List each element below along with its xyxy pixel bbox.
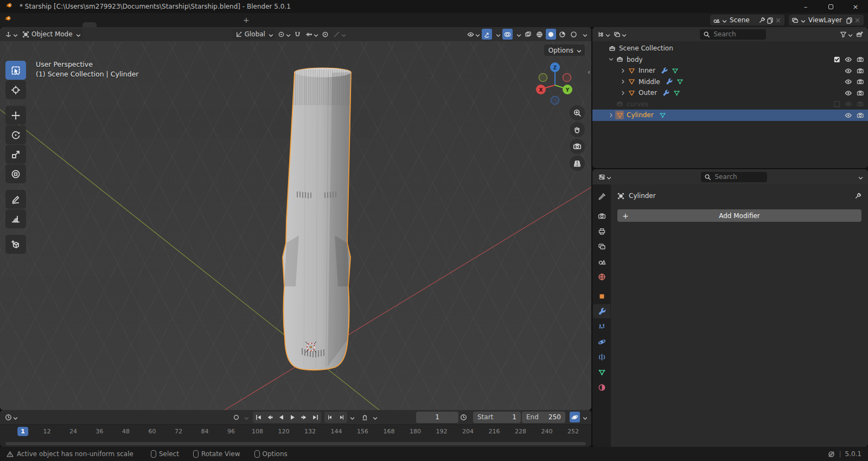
- frame-tick[interactable]: 216: [485, 427, 503, 436]
- add-modifier-button[interactable]: + Add Modifier: [617, 209, 861, 222]
- tool-button[interactable]: [5, 164, 26, 183]
- frame-tick[interactable]: 24: [66, 427, 80, 436]
- disclosure-icon[interactable]: [607, 112, 615, 119]
- cylinder-object[interactable]: [283, 67, 354, 370]
- frame-step-button[interactable]: [324, 412, 336, 423]
- tool-button[interactable]: [5, 80, 26, 99]
- new-viewlayer-icon[interactable]: [846, 17, 853, 24]
- row-visibility-toggles[interactable]: [845, 78, 864, 86]
- disclosure-icon[interactable]: [618, 67, 627, 74]
- pan-button[interactable]: [570, 122, 585, 137]
- properties-tab[interactable]: [593, 304, 610, 318]
- axis-neg-z-handle[interactable]: [551, 97, 559, 105]
- window-button[interactable]: [818, 0, 843, 13]
- tool-button[interactable]: [5, 235, 26, 254]
- workspace-tab[interactable]: [209, 22, 224, 27]
- properties-editor-type-button[interactable]: [597, 171, 612, 182]
- outliner-row[interactable]: Outer: [592, 87, 868, 99]
- camera-view-button[interactable]: [570, 139, 585, 154]
- viewlayer-selector[interactable]: ViewLayer: [789, 15, 864, 25]
- properties-tab[interactable]: [593, 319, 610, 334]
- outliner-filter-button[interactable]: [838, 29, 853, 40]
- outliner-search[interactable]: [700, 29, 766, 40]
- row-visibility-toggles[interactable]: [833, 56, 864, 63]
- outliner-filter-mode-button[interactable]: [612, 29, 627, 40]
- transport-button[interactable]: [264, 412, 276, 423]
- row-visibility-toggles[interactable]: [845, 89, 864, 97]
- properties-tab[interactable]: [593, 365, 610, 379]
- frame-tick[interactable]: 36: [92, 427, 106, 436]
- pivot-dropdown[interactable]: [276, 29, 291, 40]
- properties-tab[interactable]: [593, 350, 610, 364]
- frame-ruler[interactable]: 1122436486072849610812013214415616818019…: [0, 424, 591, 440]
- timeline-sync-toggle[interactable]: [570, 412, 580, 422]
- outliner-row[interactable]: body: [592, 54, 868, 66]
- frame-tick[interactable]: 228: [512, 427, 529, 436]
- axis-neg-x-handle[interactable]: [563, 74, 571, 82]
- outliner-row[interactable]: Inner: [592, 65, 868, 76]
- workspace-tab[interactable]: [97, 22, 111, 27]
- tool-button[interactable]: [5, 61, 26, 80]
- show-overlays-toggle[interactable]: [502, 29, 513, 40]
- pin-icon[interactable]: [758, 17, 765, 24]
- properties-search[interactable]: [701, 172, 767, 182]
- outliner-row[interactable]: curves: [592, 99, 868, 110]
- playhead[interactable]: 1: [17, 427, 28, 436]
- workspace-tab[interactable]: [195, 22, 209, 27]
- xray-toggle[interactable]: [523, 29, 533, 40]
- scene-selector[interactable]: Scene: [710, 15, 784, 25]
- timeline-editor-type-button[interactable]: [3, 412, 18, 422]
- frame-tick[interactable]: 120: [275, 427, 292, 436]
- use-preview-range-toggle[interactable]: [458, 412, 469, 422]
- properties-tab[interactable]: [593, 254, 610, 268]
- frame-tick[interactable]: 156: [354, 427, 372, 436]
- disclosure-icon[interactable]: [618, 89, 627, 97]
- frame-tick[interactable]: 48: [119, 427, 133, 436]
- tool-button[interactable]: [5, 190, 26, 209]
- workspace-tab[interactable]: [139, 22, 153, 27]
- timeline-scrollbar[interactable]: [5, 442, 586, 445]
- row-visibility-toggles[interactable]: [833, 100, 864, 108]
- workspace-tab[interactable]: [82, 22, 97, 27]
- snap-toggle[interactable]: [292, 29, 303, 40]
- shading-solid-button[interactable]: [546, 29, 556, 40]
- window-button[interactable]: –: [793, 0, 818, 13]
- orientation-dropdown[interactable]: Global: [233, 29, 275, 40]
- frame-tick[interactable]: 84: [197, 427, 212, 436]
- workspace-tab[interactable]: [153, 22, 167, 27]
- gizmo-dropdown[interactable]: [493, 29, 501, 40]
- proportional-edit-toggle[interactable]: [320, 29, 330, 40]
- tool-button[interactable]: [5, 125, 26, 144]
- loop-dropdown[interactable]: [370, 412, 378, 422]
- frame-tick[interactable]: 180: [406, 427, 424, 436]
- workspace-tab[interactable]: [181, 22, 195, 27]
- shading-wireframe-button[interactable]: [534, 29, 545, 40]
- frame-tick[interactable]: 240: [538, 427, 556, 436]
- properties-options-dropdown[interactable]: [856, 171, 864, 182]
- properties-tab[interactable]: [593, 335, 610, 349]
- transport-button[interactable]: [287, 412, 298, 423]
- properties-tab[interactable]: [593, 289, 610, 303]
- zoom-button[interactable]: [570, 105, 585, 120]
- transport-button[interactable]: [253, 412, 264, 423]
- tool-button[interactable]: [5, 209, 26, 228]
- frame-tick[interactable]: 252: [564, 427, 582, 436]
- frame-step-dropdown[interactable]: [347, 412, 355, 422]
- frame-tick[interactable]: 132: [301, 427, 319, 436]
- frame-tick[interactable]: 72: [171, 427, 186, 436]
- pin-icon[interactable]: [854, 193, 861, 200]
- sidebar-collapse-arrow[interactable]: ‹: [588, 68, 590, 76]
- new-scene-icon[interactable]: [767, 17, 774, 24]
- properties-tab[interactable]: [593, 380, 610, 394]
- viewport-canvas[interactable]: User Perspective (1) Scene Collection | …: [0, 41, 591, 410]
- sync-dropdown[interactable]: [580, 412, 588, 422]
- snap-with-dropdown[interactable]: [304, 29, 319, 40]
- properties-tab[interactable]: [593, 270, 610, 284]
- workspace-tab[interactable]: [167, 22, 181, 27]
- tool-button[interactable]: [5, 106, 26, 125]
- disclosure-icon[interactable]: [607, 56, 615, 63]
- mode-dropdown[interactable]: Object Mode: [20, 29, 82, 40]
- frame-tick[interactable]: 60: [145, 427, 159, 436]
- axis-neg-y-handle[interactable]: [539, 74, 547, 82]
- outliner-row[interactable]: Cylinder: [592, 110, 868, 121]
